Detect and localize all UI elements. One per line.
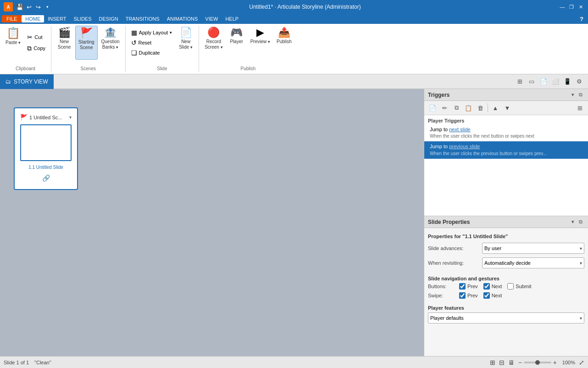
fit-screen-icon[interactable]: ⤢: [579, 359, 584, 366]
player-features-select[interactable]: Player defaults ▾: [428, 312, 584, 323]
close-button[interactable]: ✕: [577, 3, 584, 11]
paste-button[interactable]: 📋 Paste ▾: [3, 26, 23, 60]
menu-animations[interactable]: ANIMATIONS: [163, 15, 202, 22]
trigger-copy-btn[interactable]: ⧉: [451, 102, 462, 113]
trigger-expand-btn[interactable]: ⊞: [574, 102, 585, 113]
new-slide-button[interactable]: 📄 NewSlide ▾: [176, 26, 196, 60]
starting-scene-button[interactable]: 🚩 StartingScene: [75, 26, 97, 60]
trigger-sep-1: [488, 103, 488, 112]
view-grid-icon[interactable]: ⊞: [490, 359, 495, 366]
triggers-collapse-btn[interactable]: ▾: [570, 91, 576, 99]
prev-slide-link[interactable]: previous slide: [449, 144, 480, 149]
story-view-label: STORY VIEW: [14, 78, 48, 85]
view-notes-icon[interactable]: 📄: [538, 77, 549, 87]
trigger-edit-btn[interactable]: ✏: [439, 102, 450, 113]
slide-props-collapse-btn[interactable]: ▾: [570, 218, 576, 226]
menu-home[interactable]: HOME: [22, 15, 44, 22]
title-bar-left: A 💾 ↩ ↪ ▾: [4, 2, 51, 11]
menu-insert[interactable]: INSERT: [44, 15, 70, 22]
btn-submit-item[interactable]: Submit: [507, 283, 531, 290]
apply-layout-button[interactable]: ▦ Apply Layout ▾: [128, 28, 175, 37]
slide-properties-content: Properties for "1.1 Untitled Slide" Slid…: [424, 228, 588, 356]
save-button[interactable]: 💾: [16, 3, 24, 11]
swipe-next-label: Next: [492, 293, 502, 298]
btn-prev-checkbox[interactable]: [459, 283, 466, 290]
btn-next-checkbox[interactable]: [483, 283, 490, 290]
swipe-prev-item[interactable]: Prev: [459, 292, 478, 299]
app-icon: A: [4, 2, 13, 11]
ribbon-group-publish: 🔴 RecordScreen ▾ 🎮 Player ▶ Preview ▾ 📤 …: [199, 26, 297, 72]
story-view-tab[interactable]: 🗂 STORY VIEW: [0, 74, 54, 89]
menu-help[interactable]: HELP: [222, 15, 242, 22]
new-slide-icon: 📄: [180, 28, 192, 38]
new-slide-label: NewSlide ▾: [179, 39, 193, 50]
props-content: Properties for "1.1 Untitled Slide" Slid…: [424, 228, 588, 331]
cut-button[interactable]: ✂ Cut: [24, 33, 48, 42]
copy-button[interactable]: ⧉ Copy: [24, 44, 48, 53]
reset-label: Reset: [139, 40, 152, 45]
triggers-header-right: ▾ ⧉: [570, 91, 584, 99]
quick-access-dropdown[interactable]: ▾: [43, 3, 51, 11]
trigger-next-slide[interactable]: Jump to next slide When the user clicks …: [424, 124, 588, 141]
zoom-in-btn[interactable]: +: [553, 359, 557, 366]
slide-props-undock-btn[interactable]: ⧉: [577, 218, 584, 226]
triggers-undock-btn[interactable]: ⧉: [577, 91, 584, 99]
trigger-delete-btn[interactable]: 🗑: [475, 102, 486, 113]
btn-submit-checkbox[interactable]: [507, 283, 514, 290]
redo-button[interactable]: ↪: [34, 3, 42, 11]
btn-next-item[interactable]: Next: [483, 283, 502, 290]
slide-advances-select[interactable]: By user ▾: [482, 243, 584, 254]
swipe-next-item[interactable]: Next: [483, 292, 502, 299]
reset-icon: ↺: [131, 39, 137, 46]
when-revisiting-select[interactable]: Automatically decide ▾: [482, 257, 584, 268]
zoom-out-btn[interactable]: −: [518, 359, 522, 366]
trigger-paste-btn[interactable]: 📋: [463, 102, 474, 113]
slide-thumbnail[interactable]: [20, 124, 72, 161]
question-banks-button[interactable]: 🏦 QuestionBanks ▾: [99, 26, 122, 60]
clipboard-content: 📋 Paste ▾ ✂ Cut ⧉ Copy: [3, 26, 48, 65]
triggers-toolbar-right: ⊞: [574, 102, 585, 113]
scene-dropdown-arrow[interactable]: ▾: [69, 115, 72, 120]
next-slide-link[interactable]: next slide: [449, 127, 470, 132]
player-features-arrow: ▾: [580, 316, 582, 321]
minimize-button[interactable]: —: [559, 3, 566, 11]
trigger-up-btn[interactable]: ▲: [490, 102, 501, 113]
canvas: 🚩 1 Untitled Sc... ▾ 1.1 Untitled Slide …: [0, 89, 424, 356]
btn-prev-item[interactable]: Prev: [459, 283, 478, 290]
trigger-down-btn[interactable]: ▼: [502, 102, 513, 113]
undo-button[interactable]: ↩: [25, 3, 33, 11]
view-phone-icon[interactable]: 📱: [562, 77, 572, 87]
when-revisiting-arrow: ▾: [580, 261, 582, 266]
starting-scene-icon: 🚩: [80, 28, 93, 38]
view-normal-icon[interactable]: ⊞: [515, 77, 525, 87]
paste-label: Paste ▾: [6, 40, 21, 45]
view-settings-icon[interactable]: ⚙: [574, 77, 584, 87]
menu-view[interactable]: VIEW: [201, 15, 222, 22]
new-scene-button[interactable]: 🎬 NewScene: [54, 26, 74, 60]
publish-button[interactable]: 📤 Publish: [274, 26, 294, 60]
ribbon-group-scenes: 🎬 NewScene 🚩 StartingScene 🏦 QuestionBan…: [51, 26, 126, 72]
question-banks-icon: 🏦: [104, 28, 116, 38]
menu-slides[interactable]: SLIDES: [70, 15, 95, 22]
trigger-new-btn[interactable]: 📄: [427, 102, 438, 113]
swipe-prev-checkbox[interactable]: [459, 292, 466, 299]
preview-icon: ▶: [256, 28, 264, 38]
view-list-icon[interactable]: ⊟: [499, 359, 505, 366]
player-button[interactable]: 🎮 Player: [227, 26, 247, 60]
reset-button[interactable]: ↺ Reset: [128, 38, 175, 47]
menu-transitions[interactable]: TRANSITIONS: [122, 15, 163, 22]
monitor-icon[interactable]: 🖥: [508, 359, 515, 366]
preview-label: Preview ▾: [250, 39, 270, 45]
record-screen-button[interactable]: 🔴 RecordScreen ▾: [202, 26, 225, 60]
trigger-previous-slide[interactable]: Jump to previous slide When the user cli…: [424, 141, 588, 158]
maximize-button[interactable]: ❐: [568, 3, 575, 11]
menu-design[interactable]: DESIGN: [95, 15, 122, 22]
view-tablet-icon[interactable]: ⬜: [550, 77, 560, 87]
zoom-slider[interactable]: [524, 362, 551, 363]
preview-button[interactable]: ▶ Preview ▾: [248, 26, 273, 60]
help-icon[interactable]: ?: [577, 14, 586, 23]
duplicate-button[interactable]: ❏ Duplicate: [128, 48, 175, 57]
view-slide-icon[interactable]: ▭: [527, 77, 537, 87]
swipe-next-checkbox[interactable]: [483, 292, 490, 299]
menu-file[interactable]: FILE: [2, 15, 22, 22]
